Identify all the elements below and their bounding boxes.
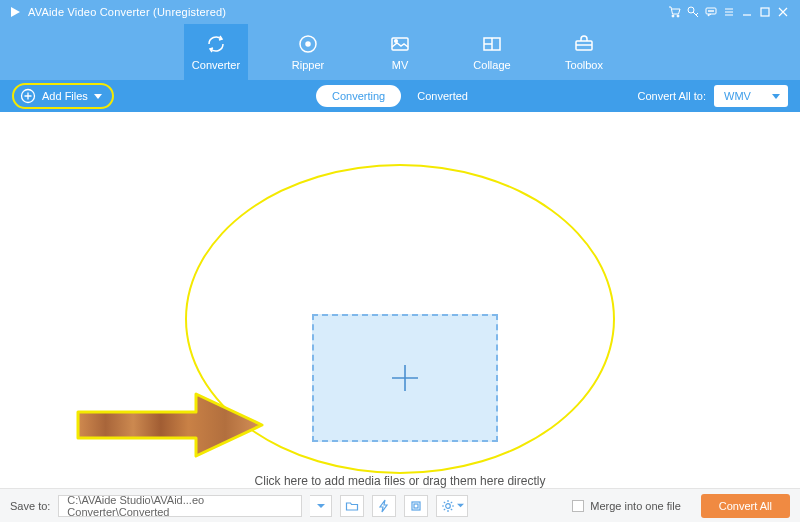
tab-label: MV [392, 59, 409, 71]
app-title: AVAide Video Converter (Unregistered) [28, 6, 226, 18]
tab-label: Collage [473, 59, 510, 71]
tab-converter[interactable]: Converter [184, 24, 248, 80]
svg-point-12 [395, 40, 398, 43]
checkbox-icon [572, 500, 584, 512]
add-files-label: Add Files [42, 90, 88, 102]
svg-marker-22 [457, 504, 464, 508]
bottombar: Save to: C:\AVAide Studio\AVAid...eo Con… [0, 488, 800, 522]
svg-rect-8 [761, 8, 769, 16]
svg-point-5 [708, 10, 709, 11]
collage-icon [481, 33, 503, 55]
svg-point-2 [677, 15, 679, 17]
feedback-icon[interactable] [702, 5, 720, 19]
bolt-icon [377, 499, 391, 513]
output-format-select[interactable]: WMV [714, 85, 788, 107]
merge-label: Merge into one file [590, 500, 681, 512]
tab-ripper[interactable]: Ripper [276, 24, 340, 80]
main-tabs: Converter Ripper MV Collage Toolbox [0, 24, 800, 80]
high-speed-toggle[interactable] [372, 495, 396, 517]
dropzone[interactable] [312, 314, 498, 442]
convert-all-to-label: Convert All to: [638, 90, 706, 102]
convert-all-button[interactable]: Convert All [701, 494, 790, 518]
merge-checkbox[interactable]: Merge into one file [572, 500, 681, 512]
folder-icon [345, 499, 359, 513]
toolbox-icon [573, 33, 595, 55]
minimize-icon[interactable] [738, 5, 756, 19]
plus-circle-icon [20, 88, 36, 104]
chevron-down-icon [317, 502, 325, 510]
dropzone-hint: Click here to add media files or drag th… [0, 474, 800, 488]
mv-icon [389, 33, 411, 55]
tutorial-arrow-icon [76, 390, 266, 460]
svg-marker-0 [11, 7, 20, 17]
tab-label: Converter [192, 59, 240, 71]
save-path-dropdown[interactable] [310, 495, 332, 517]
tab-mv[interactable]: MV [368, 24, 432, 80]
close-icon[interactable] [774, 5, 792, 19]
svg-rect-19 [412, 502, 420, 510]
svg-rect-20 [414, 504, 418, 508]
svg-point-1 [672, 15, 674, 17]
app-logo [8, 5, 22, 19]
ripper-icon [297, 33, 319, 55]
gpu-toggle[interactable] [404, 495, 428, 517]
tab-toolbox[interactable]: Toolbox [552, 24, 616, 80]
save-to-label: Save to: [10, 500, 50, 512]
tab-converting[interactable]: Converting [316, 85, 401, 107]
cart-icon[interactable] [666, 5, 684, 19]
main-area: Click here to add media files or drag th… [0, 112, 800, 488]
save-path-field[interactable]: C:\AVAide Studio\AVAid...eo Converter\Co… [58, 495, 302, 517]
convert-all-to: Convert All to: WMV [638, 85, 788, 107]
tab-collage[interactable]: Collage [460, 24, 524, 80]
titlebar: AVAide Video Converter (Unregistered) [0, 0, 800, 24]
tab-converted[interactable]: Converted [401, 85, 484, 107]
chevron-down-icon [94, 92, 102, 100]
add-files-button[interactable]: Add Files [12, 83, 114, 109]
converter-icon [205, 33, 227, 55]
status-tabs: Converting Converted [316, 85, 484, 107]
svg-point-21 [446, 503, 451, 508]
subbar: Add Files Converting Converted Convert A… [0, 80, 800, 112]
settings-button[interactable] [436, 495, 468, 517]
svg-marker-18 [317, 504, 325, 508]
key-icon[interactable] [684, 5, 702, 19]
chip-icon [409, 499, 423, 513]
svg-point-10 [306, 42, 310, 46]
tab-label: Toolbox [565, 59, 603, 71]
plus-icon [387, 360, 423, 396]
svg-marker-17 [78, 394, 262, 456]
svg-point-6 [710, 10, 711, 11]
menu-icon[interactable] [720, 5, 738, 19]
svg-point-7 [712, 10, 713, 11]
gear-icon [441, 499, 455, 513]
svg-marker-16 [94, 94, 102, 99]
maximize-icon[interactable] [756, 5, 774, 19]
open-folder-button[interactable] [340, 495, 364, 517]
tab-label: Ripper [292, 59, 324, 71]
chevron-down-icon [457, 502, 464, 509]
